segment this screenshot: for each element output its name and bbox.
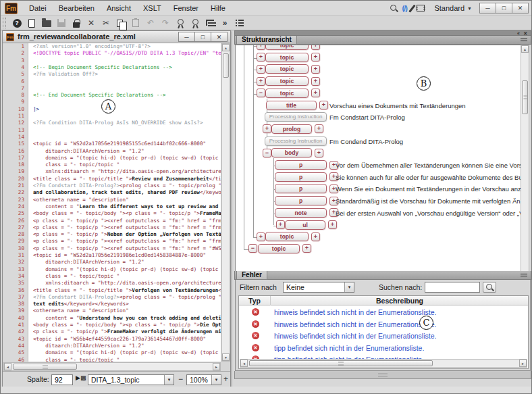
framemaker-logo-icon[interactable]: Fm	[5, 3, 18, 14]
element-catalog-icon[interactable]	[232, 18, 247, 29]
element-bubble-title[interactable]: title	[266, 101, 317, 110]
element-bubble-pi[interactable]: Processing Instruction	[265, 137, 327, 146]
collapse-node-button[interactable]: −	[263, 149, 271, 157]
expand-node-button[interactable]: +	[257, 53, 265, 61]
element-bubble-topic[interactable]: topic	[265, 64, 309, 74]
wysiwyg-view-icon[interactable]	[417, 5, 425, 11]
expand-content-button[interactable]: +	[311, 77, 320, 86]
element-bubble-topic[interactable]: topic	[265, 232, 309, 241]
expand-content-button[interactable]: +	[319, 101, 328, 109]
element-bubble-prolog[interactable]: prolog	[271, 124, 312, 134]
errors-horizontal-scrollbar[interactable]: ◄ ►	[240, 359, 527, 368]
workspace-dropdown[interactable]: Standard ▼	[434, 4, 472, 12]
column-input[interactable]	[51, 374, 73, 385]
expand-node-button[interactable]: +	[257, 45, 265, 50]
expand-content-button[interactable]: +	[302, 244, 311, 253]
element-bubble-p[interactable]: p	[275, 184, 327, 193]
structure-vertical-scrollbar[interactable]: ▲ ▼	[521, 45, 529, 290]
zoom-in-button[interactable]: +	[221, 374, 230, 385]
expand-node-button[interactable]: +	[263, 124, 271, 133]
errors-table[interactable]: Typ Beschreibung ✕hinweis befindet sich …	[238, 295, 529, 369]
scroll-up-icon[interactable]: ▲	[521, 45, 529, 53]
expand-content-button[interactable]: +	[315, 149, 323, 157]
menu-datei[interactable]: Datei	[23, 1, 53, 16]
expand-node-button[interactable]: +	[257, 65, 265, 74]
panel-menu-icon[interactable]	[521, 39, 527, 39]
element-bubble-topic[interactable]: topic	[265, 76, 309, 86]
element-boundaries-icon[interactable]	[203, 18, 217, 29]
element-catalog-dropdown[interactable]: DITA_1.3_topic ▼	[88, 374, 174, 385]
error-row[interactable]: ✕hinweis befindet sich nicht in der Enum…	[239, 330, 528, 342]
insert-element-icon[interactable]: »	[217, 18, 232, 29]
search-icon[interactable]	[390, 4, 398, 13]
expand-content-button[interactable]: +	[311, 53, 320, 61]
expand-content-button[interactable]: +	[311, 89, 320, 97]
close-button[interactable]: ✕	[512, 3, 529, 14]
menu-bearbeiten[interactable]: Bearbeiten	[53, 1, 101, 16]
scroll-thumb[interactable]	[522, 80, 528, 114]
error-row[interactable]: ✕tipp befindet sich nicht in der Enumera…	[239, 343, 528, 354]
doc-close-button[interactable]: ✕	[211, 32, 228, 42]
expand-node-button[interactable]: +	[276, 220, 285, 229]
error-row[interactable]: ✕hinweis befindet sich nicht in der Enum…	[239, 319, 528, 330]
author-view-icon[interactable]	[408, 4, 415, 12]
open-folder-icon[interactable]	[39, 18, 54, 29]
search-button[interactable]	[483, 282, 496, 293]
zoom-dropdown[interactable]: 100% ▼	[186, 374, 221, 385]
element-bubble-note[interactable]: note	[275, 208, 327, 218]
xml-code-editor[interactable]: 1<?xml version="1.0" encoding="UTF-8"?>2…	[3, 43, 221, 362]
zoom-out-button[interactable]: −	[176, 374, 185, 385]
cut-icon[interactable]: ✂	[99, 18, 113, 29]
scroll-left-icon[interactable]: ◄	[240, 360, 248, 367]
element-bubble-pi[interactable]: Processing Instruction	[265, 112, 327, 122]
panel-menu-icon[interactable]	[521, 274, 527, 274]
element-bubble-p[interactable]: p	[275, 160, 327, 170]
validate-document-icon[interactable]	[173, 18, 188, 29]
menu-fenster[interactable]: Fenster	[167, 1, 205, 16]
element-bubble-topic[interactable]: topic	[265, 53, 309, 62]
expand-node-button[interactable]: +	[257, 77, 265, 86]
element-bubble-topic[interactable]: topic	[258, 244, 300, 253]
delete-icon[interactable]: ✕	[84, 18, 99, 29]
code-vertical-scrollbar[interactable]: ▲ ▼	[221, 43, 230, 362]
expand-content-button[interactable]: +	[328, 220, 337, 229]
doc-maximize-button[interactable]: □	[194, 32, 211, 42]
menu-xslt[interactable]: XSLT	[137, 1, 167, 16]
code-horizontal-scrollbar[interactable]: ◄ ►	[3, 362, 221, 371]
minimize-button[interactable]: ─	[479, 3, 496, 14]
document-title-bar[interactable]: Fm frm_reviewandcollaborate_re.xml ─ □ ✕	[3, 31, 230, 43]
help-icon[interactable]: ?	[9, 18, 24, 29]
element-bubble-topic[interactable]: topic	[265, 89, 309, 98]
menu-ansicht[interactable]: Ansicht	[101, 1, 137, 16]
maximize-button[interactable]: □	[496, 3, 512, 14]
goto-column-icon[interactable]: ▶▩	[76, 374, 86, 381]
new-document-icon[interactable]	[24, 18, 39, 29]
tab-strukturansicht[interactable]: Strukturansicht	[236, 36, 297, 45]
column-typ[interactable]: Typ	[239, 296, 271, 305]
copy-icon[interactable]	[113, 18, 128, 29]
scroll-left-icon[interactable]: ◄	[4, 363, 11, 370]
dock-resize-handle[interactable]	[234, 371, 531, 379]
filter-dropdown[interactable]: Keine ▼	[283, 282, 354, 293]
validate-selection-icon[interactable]	[188, 18, 203, 29]
element-bubble-p[interactable]: p	[275, 196, 327, 205]
element-bubble-topic[interactable]: topic	[265, 45, 309, 50]
scroll-thumb[interactable]	[13, 364, 77, 370]
expand-content-button[interactable]: +	[311, 65, 320, 74]
toolbar-grip[interactable]	[3, 18, 6, 28]
menu-hilfe[interactable]: Hilfe	[205, 1, 232, 16]
doc-minimize-button[interactable]: ─	[178, 32, 195, 42]
error-row[interactable]: ✕hinweis befindet sich nicht in der Enum…	[239, 307, 528, 318]
expand-content-button[interactable]: +	[311, 45, 320, 50]
expand-content-button[interactable]: +	[315, 124, 323, 133]
scroll-up-icon[interactable]: ▲	[222, 44, 230, 51]
collapse-node-button[interactable]: −	[248, 244, 257, 253]
scroll-right-icon[interactable]: ►	[519, 360, 527, 367]
scroll-right-icon[interactable]: ►	[213, 363, 220, 370]
tab-fehler[interactable]: Fehler	[236, 271, 267, 280]
error-search-input[interactable]	[425, 282, 480, 293]
scroll-thumb[interactable]	[223, 53, 229, 78]
structure-tree[interactable]: +topic++topic++topic++topic+−topic+title…	[235, 45, 528, 290]
collapse-node-button[interactable]: −	[257, 89, 265, 97]
scroll-down-icon[interactable]: ▼	[222, 353, 230, 361]
